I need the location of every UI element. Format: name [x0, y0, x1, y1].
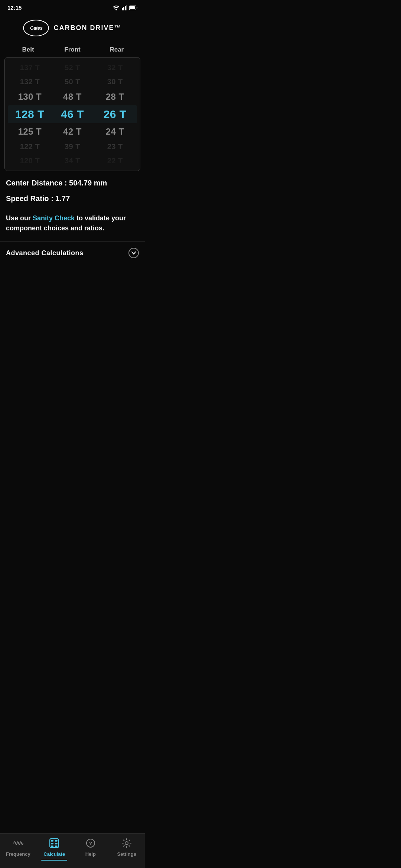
picker-cell-belt: 137 T	[9, 63, 51, 72]
logo-container: Gates CARBON DRIVE™	[23, 20, 121, 36]
picker-row[interactable]: 137 T 52 T 32 T	[5, 60, 140, 75]
picker-cell-front: 46 T	[51, 107, 94, 121]
rear-column-header: Rear	[95, 46, 139, 53]
carbon-drive-text: CARBON DRIVE™	[53, 24, 121, 32]
signal-icon	[122, 5, 127, 10]
sanity-text-before: Use our	[6, 214, 33, 222]
svg-rect-3	[125, 6, 126, 10]
picker-cell-rear: 32 T	[94, 63, 136, 72]
chevron-down-icon[interactable]	[128, 248, 139, 258]
picker-row[interactable]: 132 T 50 T 30 T	[5, 75, 140, 89]
picker-cell-belt: 125 T	[9, 126, 51, 137]
picker-cell-front: 52 T	[51, 63, 94, 72]
battery-icon	[129, 6, 137, 10]
picker-cell-belt: 130 T	[9, 91, 51, 102]
picker-drum[interactable]: 137 T 52 T 32 T 132 T 50 T 30 T 130 T 48…	[4, 57, 140, 171]
bottom-spacer	[0, 264, 145, 301]
advanced-calculations-label: Advanced Calculations	[6, 249, 84, 257]
picker-cell-belt: 132 T	[9, 77, 51, 86]
picker-cell-rear: 24 T	[94, 126, 136, 137]
svg-rect-2	[123, 7, 124, 10]
time-display: 12:15	[7, 4, 22, 11]
status-bar: 12:15	[0, 0, 145, 14]
picker-row[interactable]: 125 T 42 T 24 T	[5, 124, 140, 139]
svg-point-0	[115, 9, 117, 10]
picker-cell-rear: 30 T	[94, 77, 136, 86]
picker-cell-front: 50 T	[51, 77, 94, 86]
picker-cell-rear: 28 T	[94, 91, 136, 102]
svg-rect-4	[126, 5, 127, 10]
sanity-check-link[interactable]: Sanity Check	[33, 214, 75, 222]
picker-cell-front: 34 T	[51, 156, 94, 165]
picker-cell-rear: 23 T	[94, 142, 136, 151]
results-section: Center Distance : 504.79 mm Speed Ratio …	[0, 171, 145, 213]
picker-row[interactable]: 128 T 46 T 26 T	[5, 105, 140, 124]
front-column-header: Front	[50, 46, 94, 53]
column-headers: Belt Front Rear	[0, 44, 145, 57]
picker-cell-rear: 22 T	[94, 156, 136, 165]
gates-text: Gates	[30, 25, 43, 31]
picker-cell-belt: 122 T	[9, 142, 51, 151]
picker-cell-rear: 26 T	[94, 107, 136, 121]
svg-rect-6	[130, 6, 135, 9]
sanity-check-section[interactable]: Use our Sanity Check to validate your co…	[0, 213, 145, 240]
svg-rect-1	[122, 8, 123, 10]
belt-column-header: Belt	[6, 46, 50, 53]
picker-cell-front: 48 T	[51, 91, 94, 102]
wifi-icon	[113, 5, 120, 10]
advanced-calculations-row[interactable]: Advanced Calculations	[0, 241, 145, 264]
logo-section: Gates CARBON DRIVE™	[0, 14, 145, 44]
picker-row[interactable]: 122 T 39 T 23 T	[5, 139, 140, 154]
picker-cell-front: 42 T	[51, 126, 94, 137]
picker-cell-front: 39 T	[51, 142, 94, 151]
picker-cell-belt: 120 T	[9, 156, 51, 165]
status-icons	[113, 5, 137, 10]
center-distance: Center Distance : 504.79 mm	[6, 178, 139, 187]
gates-oval-logo: Gates	[23, 20, 49, 36]
picker-row[interactable]: 130 T 48 T 28 T	[5, 89, 140, 105]
picker-row[interactable]: 120 T 34 T 22 T	[5, 154, 140, 168]
speed-ratio: Speed Ratio : 1.77	[6, 194, 139, 203]
picker-cell-belt: 128 T	[9, 107, 51, 121]
